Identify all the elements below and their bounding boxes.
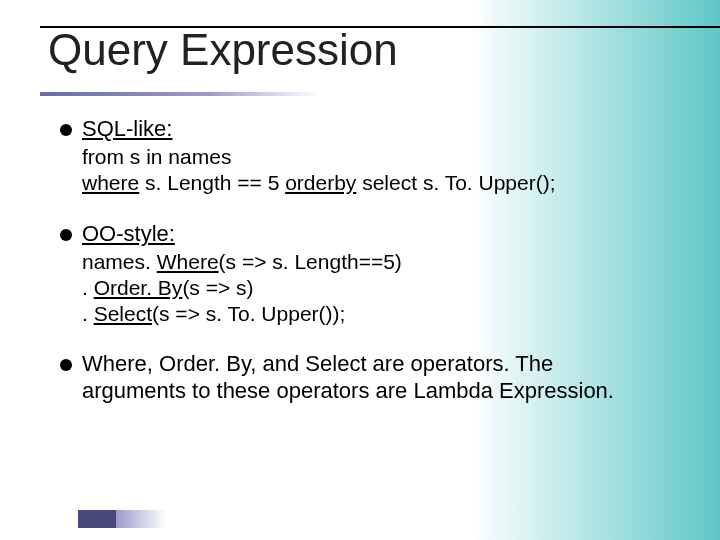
text-segment: Order. By (94, 276, 183, 299)
bullet-heading: SQL-like: (82, 116, 172, 142)
text-segment: (s => s) (182, 276, 253, 299)
text-segment: names. (82, 250, 157, 273)
text-segment: orderby (285, 171, 356, 194)
bullet-item: Where, Order. By, and Select are operato… (60, 351, 650, 404)
bullet-icon (60, 359, 72, 371)
bullet-heading: OO-style: (82, 221, 175, 247)
bullet-item: OO-style: (60, 221, 650, 247)
slide-content: SQL-like: from s in names where s. Lengt… (60, 110, 650, 406)
text-segment: . (82, 276, 94, 299)
code-line: . Select(s => s. To. Upper()); (82, 301, 650, 327)
code-line: where s. Length == 5 orderby select s. T… (82, 170, 650, 196)
bullet-body: Where, Order. By, and Select are operato… (82, 351, 650, 404)
footer-accent (78, 510, 148, 528)
code-line: names. Where(s => s. Length==5) (82, 249, 650, 275)
text-segment: where (82, 171, 139, 194)
text-segment: from s in names (82, 145, 231, 168)
text-segment: s. Length == 5 (139, 171, 285, 194)
bullet-item: SQL-like: (60, 116, 650, 142)
title-underline (40, 92, 320, 96)
code-line: . Order. By(s => s) (82, 275, 650, 301)
code-line: from s in names (82, 144, 650, 170)
bullet-icon (60, 124, 72, 136)
text-segment: (s => s. To. Upper()); (152, 302, 345, 325)
slide-title: Query Expression (48, 26, 398, 74)
text-segment: (s => s. Length==5) (219, 250, 402, 273)
text-segment: Where (157, 250, 219, 273)
text-segment: Select (94, 302, 152, 325)
text-segment: select s. To. Upper(); (356, 171, 555, 194)
bullet-icon (60, 229, 72, 241)
text-segment: . (82, 302, 94, 325)
